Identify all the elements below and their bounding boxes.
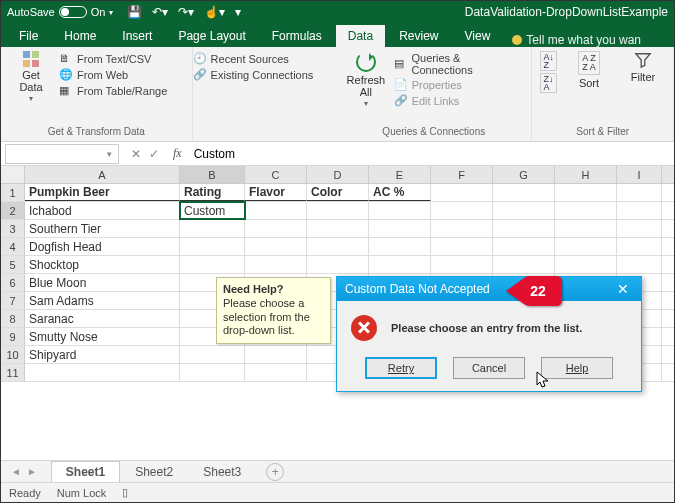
row-header[interactable]: 1 (1, 184, 25, 201)
redo-icon[interactable]: ↷▾ (178, 5, 194, 19)
cell[interactable] (245, 364, 307, 381)
new-sheet-button[interactable]: + (266, 463, 284, 481)
row-header[interactable]: 9 (1, 328, 25, 345)
name-box[interactable]: ▾ (5, 144, 119, 164)
queries-connections-button[interactable]: ▤Queries & Connections (394, 51, 524, 77)
cell[interactable] (555, 220, 617, 237)
filter-button[interactable]: Filter (621, 51, 665, 83)
cell[interactable]: Dogfish Head (25, 238, 180, 255)
cell[interactable]: Custom (180, 202, 245, 219)
cell[interactable] (245, 256, 307, 273)
next-sheet-icon[interactable]: ► (27, 466, 37, 477)
cell[interactable] (493, 238, 555, 255)
row-header[interactable]: 2 (1, 202, 25, 219)
cell[interactable] (180, 238, 245, 255)
qat-customize-icon[interactable]: ▾ (235, 5, 241, 19)
column-header[interactable]: C (245, 166, 307, 183)
cell[interactable]: Shocktop (25, 256, 180, 273)
cell[interactable] (431, 202, 493, 219)
sort-asc-button[interactable]: A↓Z (540, 51, 557, 71)
cell[interactable] (555, 184, 617, 201)
cell[interactable]: AC % (369, 184, 431, 201)
column-header[interactable]: E (369, 166, 431, 183)
cell[interactable] (555, 202, 617, 219)
cell[interactable] (493, 184, 555, 201)
cell[interactable] (617, 256, 662, 273)
fx-icon[interactable]: fx (167, 146, 188, 161)
row-header[interactable]: 10 (1, 346, 25, 363)
existing-connections-button[interactable]: 🔗Existing Connections (193, 67, 328, 83)
cell[interactable] (369, 256, 431, 273)
row-header[interactable]: 8 (1, 310, 25, 327)
autosave-toggle[interactable]: AutoSave On ▾ (7, 6, 113, 18)
tab-insert[interactable]: Insert (110, 25, 164, 47)
tab-file[interactable]: File (7, 25, 50, 47)
sort-desc-button[interactable]: Z↓A (540, 73, 557, 93)
select-all-button[interactable] (1, 166, 25, 183)
cell[interactable] (245, 238, 307, 255)
cell[interactable] (493, 256, 555, 273)
from-web-button[interactable]: 🌐From Web (59, 67, 167, 83)
save-icon[interactable]: 💾 (127, 5, 142, 19)
cell[interactable] (245, 202, 307, 219)
cell[interactable] (180, 220, 245, 237)
macro-record-icon[interactable]: ▯ (122, 486, 128, 499)
cell[interactable] (369, 202, 431, 219)
column-header[interactable]: G (493, 166, 555, 183)
cell[interactable] (180, 364, 245, 381)
get-data-button[interactable]: Get Data ▾ (9, 51, 53, 104)
cell[interactable] (617, 238, 662, 255)
column-header[interactable]: B (180, 166, 245, 183)
cell[interactable] (431, 184, 493, 201)
cell[interactable] (307, 238, 369, 255)
cell[interactable] (307, 256, 369, 273)
cell[interactable] (369, 238, 431, 255)
column-header[interactable]: A (25, 166, 180, 183)
prev-sheet-icon[interactable]: ◄ (11, 466, 21, 477)
enter-icon[interactable]: ✓ (149, 147, 159, 161)
cell[interactable] (555, 238, 617, 255)
cell[interactable] (245, 346, 307, 363)
cell[interactable]: Smutty Nose (25, 328, 180, 345)
tab-data[interactable]: Data (336, 25, 385, 47)
cell[interactable] (180, 256, 245, 273)
touch-mode-icon[interactable]: ☝▾ (204, 5, 225, 19)
sort-button[interactable]: A ZZ A Sort (567, 51, 611, 89)
cell[interactable] (431, 238, 493, 255)
tab-home[interactable]: Home (52, 25, 108, 47)
from-text-csv-button[interactable]: 🗎From Text/CSV (59, 51, 167, 67)
cell[interactable]: Blue Moon (25, 274, 180, 291)
tab-formulas[interactable]: Formulas (260, 25, 334, 47)
from-table-button[interactable]: ▦From Table/Range (59, 83, 167, 99)
cell[interactable]: Shipyard (25, 346, 180, 363)
tab-review[interactable]: Review (387, 25, 450, 47)
cancel-button[interactable]: Cancel (453, 357, 525, 379)
cell[interactable] (555, 256, 617, 273)
row-header[interactable]: 11 (1, 364, 25, 381)
cell[interactable]: Pumpkin Beer (25, 184, 180, 201)
tab-page-layout[interactable]: Page Layout (166, 25, 257, 47)
cell[interactable]: Southern Tier (25, 220, 180, 237)
properties-button[interactable]: 📄Properties (394, 77, 524, 93)
cell[interactable]: Rating (180, 184, 245, 201)
cell[interactable]: Saranac (25, 310, 180, 327)
column-header[interactable]: D (307, 166, 369, 183)
cell[interactable] (307, 202, 369, 219)
cell[interactable]: Flavor (245, 184, 307, 201)
cell[interactable] (617, 220, 662, 237)
row-header[interactable]: 5 (1, 256, 25, 273)
cell[interactable] (180, 346, 245, 363)
cell[interactable]: Color (307, 184, 369, 201)
cell[interactable]: Ichabod (25, 202, 180, 219)
cell[interactable] (431, 256, 493, 273)
cell[interactable] (369, 220, 431, 237)
cell[interactable] (25, 364, 180, 381)
cell[interactable] (307, 220, 369, 237)
recent-sources-button[interactable]: 🕘Recent Sources (193, 51, 328, 67)
cancel-icon[interactable]: ✕ (131, 147, 141, 161)
cell[interactable] (617, 202, 662, 219)
cell[interactable] (431, 220, 493, 237)
edit-links-button[interactable]: 🔗Edit Links (394, 93, 524, 109)
tell-me[interactable]: Tell me what you wan (512, 33, 641, 47)
help-button[interactable]: Help (541, 357, 613, 379)
